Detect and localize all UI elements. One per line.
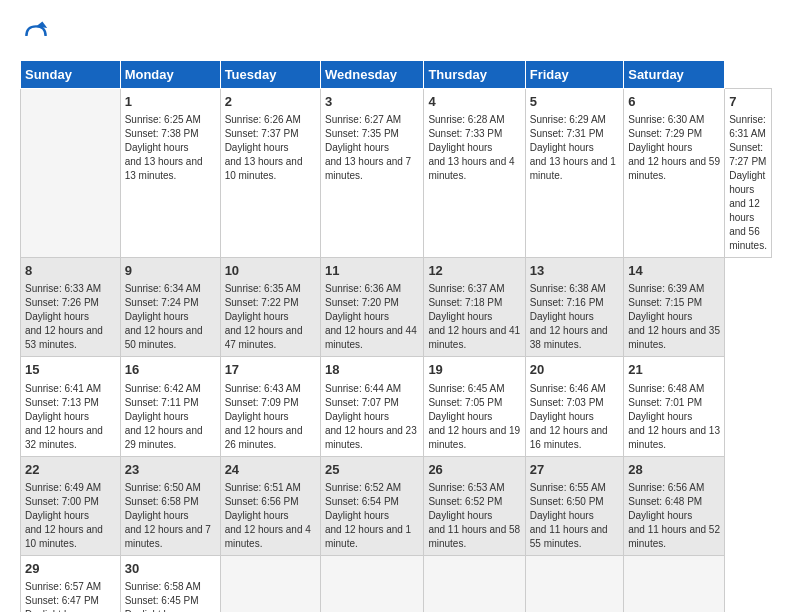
calendar-day-cell: 14Sunrise: 6:39 AMSunset: 7:15 PMDayligh…	[624, 258, 725, 357]
calendar-table: SundayMondayTuesdayWednesdayThursdayFrid…	[20, 60, 772, 612]
day-number: 20	[530, 361, 619, 379]
day-number: 25	[325, 461, 419, 479]
weekday-header: Friday	[525, 61, 623, 89]
day-info: Sunrise: 6:28 AMSunset: 7:33 PMDaylight …	[428, 113, 520, 183]
calendar-day-cell: 8Sunrise: 6:33 AMSunset: 7:26 PMDaylight…	[21, 258, 121, 357]
day-number: 3	[325, 93, 419, 111]
calendar-day-cell: 13Sunrise: 6:38 AMSunset: 7:16 PMDayligh…	[525, 258, 623, 357]
logo-icon	[20, 20, 52, 52]
day-info: Sunrise: 6:55 AMSunset: 6:50 PMDaylight …	[530, 481, 619, 551]
day-info: Sunrise: 6:36 AMSunset: 7:20 PMDaylight …	[325, 282, 419, 352]
day-number: 15	[25, 361, 116, 379]
calendar-day-cell: 23Sunrise: 6:50 AMSunset: 6:58 PMDayligh…	[120, 456, 220, 555]
day-number: 6	[628, 93, 720, 111]
calendar-week-row: 8Sunrise: 6:33 AMSunset: 7:26 PMDaylight…	[21, 258, 772, 357]
day-info: Sunrise: 6:30 AMSunset: 7:29 PMDaylight …	[628, 113, 720, 183]
day-number: 18	[325, 361, 419, 379]
day-info: Sunrise: 6:56 AMSunset: 6:48 PMDaylight …	[628, 481, 720, 551]
weekday-header: Wednesday	[321, 61, 424, 89]
calendar-day-cell: 10Sunrise: 6:35 AMSunset: 7:22 PMDayligh…	[220, 258, 320, 357]
weekday-header: Monday	[120, 61, 220, 89]
day-info: Sunrise: 6:42 AMSunset: 7:11 PMDaylight …	[125, 382, 216, 452]
day-info: Sunrise: 6:41 AMSunset: 7:13 PMDaylight …	[25, 382, 116, 452]
day-number: 14	[628, 262, 720, 280]
calendar-day-cell: 18Sunrise: 6:44 AMSunset: 7:07 PMDayligh…	[321, 357, 424, 456]
day-info: Sunrise: 6:26 AMSunset: 7:37 PMDaylight …	[225, 113, 316, 183]
calendar-day-cell: 2Sunrise: 6:26 AMSunset: 7:37 PMDaylight…	[220, 89, 320, 258]
day-number: 9	[125, 262, 216, 280]
weekday-header: Sunday	[21, 61, 121, 89]
day-number: 21	[628, 361, 720, 379]
calendar-day-cell: 1Sunrise: 6:25 AMSunset: 7:38 PMDaylight…	[120, 89, 220, 258]
calendar-day-cell: 7Sunrise: 6:31 AMSunset: 7:27 PMDaylight…	[725, 89, 772, 258]
calendar-day-cell: 11Sunrise: 6:36 AMSunset: 7:20 PMDayligh…	[321, 258, 424, 357]
calendar-week-row: 15Sunrise: 6:41 AMSunset: 7:13 PMDayligh…	[21, 357, 772, 456]
weekday-header: Saturday	[624, 61, 725, 89]
calendar-week-row: 1Sunrise: 6:25 AMSunset: 7:38 PMDaylight…	[21, 89, 772, 258]
calendar-day-cell: 25Sunrise: 6:52 AMSunset: 6:54 PMDayligh…	[321, 456, 424, 555]
day-info: Sunrise: 6:48 AMSunset: 7:01 PMDaylight …	[628, 382, 720, 452]
day-number: 16	[125, 361, 216, 379]
day-info: Sunrise: 6:38 AMSunset: 7:16 PMDaylight …	[530, 282, 619, 352]
calendar-day-cell: 28Sunrise: 6:56 AMSunset: 6:48 PMDayligh…	[624, 456, 725, 555]
day-number: 1	[125, 93, 216, 111]
weekday-header: Tuesday	[220, 61, 320, 89]
day-number: 13	[530, 262, 619, 280]
day-number: 10	[225, 262, 316, 280]
day-number: 5	[530, 93, 619, 111]
calendar-day-cell: 16Sunrise: 6:42 AMSunset: 7:11 PMDayligh…	[120, 357, 220, 456]
calendar-day-cell: 6Sunrise: 6:30 AMSunset: 7:29 PMDaylight…	[624, 89, 725, 258]
day-number: 26	[428, 461, 520, 479]
calendar-day-cell: 4Sunrise: 6:28 AMSunset: 7:33 PMDaylight…	[424, 89, 525, 258]
calendar-body: 1Sunrise: 6:25 AMSunset: 7:38 PMDaylight…	[21, 89, 772, 613]
calendar-day-cell	[21, 89, 121, 258]
calendar-day-cell: 17Sunrise: 6:43 AMSunset: 7:09 PMDayligh…	[220, 357, 320, 456]
day-info: Sunrise: 6:43 AMSunset: 7:09 PMDaylight …	[225, 382, 316, 452]
calendar-day-cell: 30Sunrise: 6:58 AMSunset: 6:45 PMDayligh…	[120, 555, 220, 612]
page-header	[20, 20, 772, 52]
day-info: Sunrise: 6:53 AMSunset: 6:52 PMDaylight …	[428, 481, 520, 551]
day-info: Sunrise: 6:27 AMSunset: 7:35 PMDaylight …	[325, 113, 419, 183]
calendar-day-cell: 27Sunrise: 6:55 AMSunset: 6:50 PMDayligh…	[525, 456, 623, 555]
day-info: Sunrise: 6:45 AMSunset: 7:05 PMDaylight …	[428, 382, 520, 452]
calendar-day-cell	[525, 555, 623, 612]
day-info: Sunrise: 6:34 AMSunset: 7:24 PMDaylight …	[125, 282, 216, 352]
day-info: Sunrise: 6:29 AMSunset: 7:31 PMDaylight …	[530, 113, 619, 183]
day-info: Sunrise: 6:33 AMSunset: 7:26 PMDaylight …	[25, 282, 116, 352]
calendar-day-cell: 5Sunrise: 6:29 AMSunset: 7:31 PMDaylight…	[525, 89, 623, 258]
day-number: 30	[125, 560, 216, 578]
calendar-day-cell: 22Sunrise: 6:49 AMSunset: 7:00 PMDayligh…	[21, 456, 121, 555]
calendar-day-cell	[424, 555, 525, 612]
day-number: 27	[530, 461, 619, 479]
calendar-day-cell: 19Sunrise: 6:45 AMSunset: 7:05 PMDayligh…	[424, 357, 525, 456]
calendar-day-cell	[624, 555, 725, 612]
day-info: Sunrise: 6:51 AMSunset: 6:56 PMDaylight …	[225, 481, 316, 551]
day-number: 17	[225, 361, 316, 379]
calendar-day-cell: 20Sunrise: 6:46 AMSunset: 7:03 PMDayligh…	[525, 357, 623, 456]
calendar-day-cell: 21Sunrise: 6:48 AMSunset: 7:01 PMDayligh…	[624, 357, 725, 456]
calendar-day-cell: 12Sunrise: 6:37 AMSunset: 7:18 PMDayligh…	[424, 258, 525, 357]
calendar-week-row: 29Sunrise: 6:57 AMSunset: 6:47 PMDayligh…	[21, 555, 772, 612]
day-info: Sunrise: 6:37 AMSunset: 7:18 PMDaylight …	[428, 282, 520, 352]
day-number: 12	[428, 262, 520, 280]
calendar-day-cell: 29Sunrise: 6:57 AMSunset: 6:47 PMDayligh…	[21, 555, 121, 612]
calendar-day-cell	[321, 555, 424, 612]
day-info: Sunrise: 6:58 AMSunset: 6:45 PMDaylight …	[125, 580, 216, 612]
day-info: Sunrise: 6:50 AMSunset: 6:58 PMDaylight …	[125, 481, 216, 551]
calendar-day-cell: 26Sunrise: 6:53 AMSunset: 6:52 PMDayligh…	[424, 456, 525, 555]
day-number: 23	[125, 461, 216, 479]
day-number: 19	[428, 361, 520, 379]
day-info: Sunrise: 6:44 AMSunset: 7:07 PMDaylight …	[325, 382, 419, 452]
day-number: 24	[225, 461, 316, 479]
calendar-week-row: 22Sunrise: 6:49 AMSunset: 7:00 PMDayligh…	[21, 456, 772, 555]
day-number: 2	[225, 93, 316, 111]
calendar-day-cell: 9Sunrise: 6:34 AMSunset: 7:24 PMDaylight…	[120, 258, 220, 357]
day-number: 22	[25, 461, 116, 479]
calendar-header: SundayMondayTuesdayWednesdayThursdayFrid…	[21, 61, 772, 89]
day-info: Sunrise: 6:25 AMSunset: 7:38 PMDaylight …	[125, 113, 216, 183]
day-number: 4	[428, 93, 520, 111]
day-number: 7	[729, 93, 767, 111]
day-info: Sunrise: 6:52 AMSunset: 6:54 PMDaylight …	[325, 481, 419, 551]
calendar-day-cell	[220, 555, 320, 612]
weekday-header: Thursday	[424, 61, 525, 89]
